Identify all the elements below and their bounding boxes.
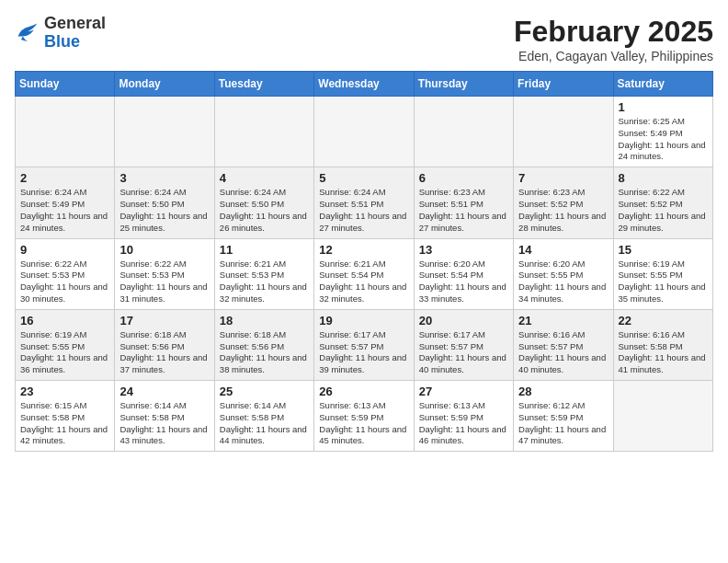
day-number: 9 [20,243,109,257]
day-number: 19 [319,314,408,327]
day-number: 16 [20,314,109,327]
day-info: Sunrise: 6:22 AM Sunset: 5:53 PM Dayligh… [20,259,109,305]
day-number: 27 [419,385,508,398]
calendar-cell: 14Sunrise: 6:20 AM Sunset: 5:55 PM Dayli… [514,238,613,309]
calendar-week-row: 9Sunrise: 6:22 AM Sunset: 5:53 PM Daylig… [16,238,713,309]
day-number: 17 [119,314,209,327]
logo: General Blue [15,15,106,52]
calendar-cell: 3Sunrise: 6:24 AM Sunset: 5:50 PM Daylig… [115,167,214,238]
calendar-week-row: 2Sunrise: 6:24 AM Sunset: 5:49 PM Daylig… [16,167,713,238]
weekday-header: Tuesday [214,72,313,97]
day-number: 15 [619,243,708,257]
calendar-cell: 11Sunrise: 6:21 AM Sunset: 5:53 PM Dayli… [214,238,313,309]
weekday-header: Sunday [16,72,115,97]
day-info: Sunrise: 6:22 AM Sunset: 5:53 PM Dayligh… [119,259,209,305]
calendar-cell: 7Sunrise: 6:23 AM Sunset: 5:52 PM Daylig… [514,167,613,238]
calendar-cell: 4Sunrise: 6:24 AM Sunset: 5:50 PM Daylig… [214,167,313,238]
day-number: 8 [619,171,708,185]
calendar-cell [214,97,313,167]
day-number: 3 [119,171,209,185]
weekday-header: Saturday [613,72,712,97]
calendar-cell: 21Sunrise: 6:16 AM Sunset: 5:57 PM Dayli… [514,309,613,380]
day-info: Sunrise: 6:17 AM Sunset: 5:57 PM Dayligh… [319,329,408,376]
calendar-cell: 17Sunrise: 6:18 AM Sunset: 5:56 PM Dayli… [115,309,214,380]
calendar-cell: 8Sunrise: 6:22 AM Sunset: 5:52 PM Daylig… [613,167,712,238]
calendar-cell [314,97,414,167]
calendar-cell: 19Sunrise: 6:17 AM Sunset: 5:57 PM Dayli… [314,309,414,380]
day-info: Sunrise: 6:20 AM Sunset: 5:55 PM Dayligh… [518,259,608,305]
day-number: 26 [319,385,408,398]
calendar-cell: 10Sunrise: 6:22 AM Sunset: 5:53 PM Dayli… [115,238,214,309]
day-info: Sunrise: 6:15 AM Sunset: 5:58 PM Dayligh… [20,400,109,447]
day-number: 21 [518,314,608,327]
calendar-week-row: 16Sunrise: 6:19 AM Sunset: 5:55 PM Dayli… [16,309,713,380]
day-number: 10 [119,243,209,257]
calendar-cell: 27Sunrise: 6:13 AM Sunset: 5:59 PM Dayli… [414,381,513,452]
day-info: Sunrise: 6:20 AM Sunset: 5:54 PM Dayligh… [419,259,508,305]
calendar-cell [514,97,613,167]
calendar-cell: 24Sunrise: 6:14 AM Sunset: 5:58 PM Dayli… [115,381,214,452]
calendar-cell: 5Sunrise: 6:24 AM Sunset: 5:51 PM Daylig… [314,167,414,238]
page-header: General Blue February 2025 Eden, Cagayan… [15,15,713,63]
day-number: 24 [119,385,209,398]
day-number: 18 [220,314,309,327]
day-info: Sunrise: 6:13 AM Sunset: 5:59 PM Dayligh… [319,400,408,447]
day-info: Sunrise: 6:14 AM Sunset: 5:58 PM Dayligh… [220,400,309,447]
day-info: Sunrise: 6:12 AM Sunset: 5:59 PM Dayligh… [518,400,608,447]
day-info: Sunrise: 6:18 AM Sunset: 5:56 PM Dayligh… [220,329,309,376]
day-info: Sunrise: 6:19 AM Sunset: 5:55 PM Dayligh… [20,329,109,376]
calendar-week-row: 1Sunrise: 6:25 AM Sunset: 5:49 PM Daylig… [16,97,713,167]
calendar-cell: 15Sunrise: 6:19 AM Sunset: 5:55 PM Dayli… [613,238,712,309]
title-section: February 2025 Eden, Cagayan Valley, Phil… [514,15,713,63]
month-year-title: February 2025 [514,15,713,49]
day-info: Sunrise: 6:21 AM Sunset: 5:54 PM Dayligh… [319,259,408,305]
day-number: 1 [619,100,708,114]
day-number: 7 [518,171,608,185]
day-number: 20 [419,314,508,327]
day-info: Sunrise: 6:13 AM Sunset: 5:59 PM Dayligh… [419,400,508,447]
calendar-cell: 1Sunrise: 6:25 AM Sunset: 5:49 PM Daylig… [613,97,712,167]
day-number: 12 [319,243,408,257]
day-info: Sunrise: 6:16 AM Sunset: 5:58 PM Dayligh… [619,329,708,376]
day-info: Sunrise: 6:17 AM Sunset: 5:57 PM Dayligh… [419,329,508,376]
calendar-cell: 9Sunrise: 6:22 AM Sunset: 5:53 PM Daylig… [16,238,115,309]
logo-bird-icon [15,20,40,46]
day-number: 25 [220,385,309,398]
day-info: Sunrise: 6:22 AM Sunset: 5:52 PM Dayligh… [619,187,708,234]
day-number: 5 [319,171,408,185]
day-info: Sunrise: 6:24 AM Sunset: 5:49 PM Dayligh… [20,187,109,234]
calendar-cell: 16Sunrise: 6:19 AM Sunset: 5:55 PM Dayli… [16,309,115,380]
calendar-cell: 12Sunrise: 6:21 AM Sunset: 5:54 PM Dayli… [314,238,414,309]
day-number: 23 [20,385,109,398]
day-number: 2 [20,171,109,185]
logo-text: General Blue [44,15,106,52]
day-info: Sunrise: 6:14 AM Sunset: 5:58 PM Dayligh… [119,400,209,447]
calendar-cell: 6Sunrise: 6:23 AM Sunset: 5:51 PM Daylig… [414,167,513,238]
weekday-header: Thursday [414,72,513,97]
weekday-header: Monday [115,72,214,97]
day-info: Sunrise: 6:16 AM Sunset: 5:57 PM Dayligh… [518,329,608,376]
calendar-cell: 13Sunrise: 6:20 AM Sunset: 5:54 PM Dayli… [414,238,513,309]
day-info: Sunrise: 6:18 AM Sunset: 5:56 PM Dayligh… [119,329,209,376]
calendar-cell: 28Sunrise: 6:12 AM Sunset: 5:59 PM Dayli… [514,381,613,452]
calendar-cell: 22Sunrise: 6:16 AM Sunset: 5:58 PM Dayli… [613,309,712,380]
day-number: 14 [518,243,608,257]
calendar-cell [115,97,214,167]
calendar-header-row: SundayMondayTuesdayWednesdayThursdayFrid… [16,72,713,97]
calendar-cell [414,97,513,167]
calendar-cell: 25Sunrise: 6:14 AM Sunset: 5:58 PM Dayli… [214,381,313,452]
day-info: Sunrise: 6:25 AM Sunset: 5:49 PM Dayligh… [619,116,708,163]
day-info: Sunrise: 6:24 AM Sunset: 5:50 PM Dayligh… [220,187,309,234]
calendar-cell: 23Sunrise: 6:15 AM Sunset: 5:58 PM Dayli… [16,381,115,452]
day-number: 22 [619,314,708,327]
day-info: Sunrise: 6:24 AM Sunset: 5:50 PM Dayligh… [119,187,209,234]
day-info: Sunrise: 6:21 AM Sunset: 5:53 PM Dayligh… [220,259,309,305]
location-subtitle: Eden, Cagayan Valley, Philippines [514,49,713,63]
day-number: 11 [220,243,309,257]
calendar-cell: 26Sunrise: 6:13 AM Sunset: 5:59 PM Dayli… [314,381,414,452]
weekday-header: Friday [514,72,613,97]
day-number: 13 [419,243,508,257]
weekday-header: Wednesday [314,72,414,97]
calendar-cell [613,381,712,452]
day-info: Sunrise: 6:24 AM Sunset: 5:51 PM Dayligh… [319,187,408,234]
